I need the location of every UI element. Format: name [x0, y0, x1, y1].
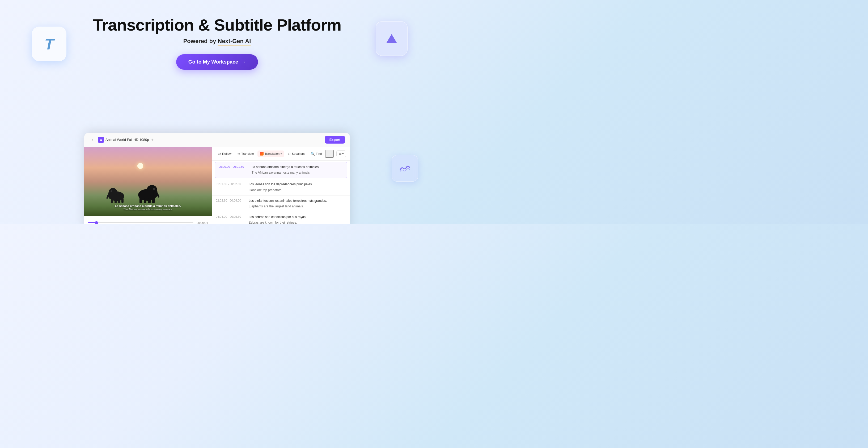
back-button[interactable]: ‹ [89, 137, 95, 143]
original-text: La sabana africana alberga a muchos anim… [252, 165, 320, 170]
view-icon: ▦ ▾ [339, 152, 344, 155]
svg-rect-5 [118, 199, 120, 203]
more-options-button[interactable]: ··· [325, 150, 334, 158]
cta-arrow-icon: → [241, 59, 246, 65]
transcript-row[interactable]: 04:04.00 - 00:05.30 Las cebras son conoc… [212, 212, 350, 224]
tab-title: Animal World Full HD 1080p [105, 138, 149, 142]
wave-icon [399, 162, 411, 174]
video-display: La sabana africana alberga a muchos anim… [84, 147, 212, 216]
export-button[interactable]: Export [325, 136, 345, 144]
transcript-toolbar: ⇄ Reflow ⇔ Translate Translation ▾ ⊙ Spe… [212, 147, 350, 160]
translated-text: Elephants are the largest land animals. [249, 204, 327, 209]
transcript-row[interactable]: 01:01.50 - 00:02.80 Los leones son los d… [212, 179, 350, 196]
transcript-row[interactable]: 02:02.80 - 00:04.00 Los elefantes son lo… [212, 196, 350, 212]
transcript-text: Las cebras son conocidas por sus rayas. … [249, 215, 306, 224]
back-icon: ‹ [91, 138, 93, 142]
dropdown-icon: ▾ [281, 152, 282, 155]
subtitle-prefix: Powered by [183, 38, 218, 44]
hero-title: Transcription & Subtitle Platform [93, 16, 341, 34]
original-text: Los elefantes son los animales terrestre… [249, 198, 327, 203]
hero-section: Transcription & Subtitle Platform Powere… [0, 0, 434, 70]
translation-button[interactable]: Translation ▾ [257, 150, 284, 157]
original-text: Las cebras son conocidas por sus rayas. [249, 215, 306, 219]
time-range: 04:04.00 - 00:05.30 [216, 215, 245, 224]
svg-rect-14 [152, 198, 155, 203]
transcript-text: Los leones son los depredadores principa… [249, 182, 313, 192]
svg-point-7 [111, 190, 112, 192]
time-range: 02:02.80 - 00:04.00 [216, 198, 245, 209]
original-text: Los leones son los depredadores principa… [249, 182, 313, 187]
transcript-text: La sabana africana alberga a muchos anim… [252, 165, 320, 175]
seek-bar[interactable] [88, 222, 193, 223]
elephant-left-icon [105, 182, 129, 203]
transcript-body: 00:00.00 - 00:01.50 La sabana africana a… [212, 160, 350, 224]
transcript-text: Los elefantes son los animales terrestre… [249, 198, 327, 209]
add-tab-button[interactable]: + [151, 138, 154, 142]
floating-icon-bottom-right [392, 155, 418, 182]
elephant-right-icon [132, 178, 161, 203]
app-body: La sabana africana alberga a muchos anim… [84, 147, 350, 224]
view-toggle-button[interactable]: ▦ ▾ [336, 150, 346, 157]
svg-rect-4 [115, 199, 117, 203]
video-panel: La sabana africana alberga a muchos anim… [84, 147, 212, 224]
speakers-button[interactable]: ⊙ Speakers [285, 150, 307, 157]
app-preview: ‹ W Animal World Full HD 1080p + Export [84, 133, 350, 224]
find-icon: 🔍 [311, 152, 315, 156]
time-range: 01:01.50 - 00:02.80 [216, 182, 245, 192]
translated-text: The African savanna hosts many animals. [252, 170, 320, 175]
translated-text: Zebras are known for their stripes. [249, 220, 306, 224]
reflow-label: Reflow [222, 152, 231, 155]
subtitle-line2: The African savanna hosts many animals. [84, 208, 212, 211]
ai-icon [260, 152, 264, 155]
elephant-decoration [105, 178, 161, 203]
tab-icon: W [98, 137, 104, 143]
subtitle-highlight: Next-Gen AI [218, 38, 251, 45]
hero-subtitle: Powered by Next-Gen AI [183, 38, 251, 45]
seek-thumb [95, 221, 98, 224]
app-titlebar: ‹ W Animal World Full HD 1080p + Export [84, 133, 350, 147]
translate-icon: ⇔ [237, 152, 240, 156]
svg-rect-12 [144, 198, 146, 203]
tab-icon-label: W [100, 138, 102, 141]
translation-label: Translation [265, 152, 279, 155]
transcript-panel: ⇄ Reflow ⇔ Translate Translation ▾ ⊙ Spe… [212, 147, 350, 224]
svg-rect-11 [140, 198, 142, 203]
translate-button[interactable]: ⇔ Translate [235, 150, 256, 157]
sun-decoration [137, 163, 143, 169]
reflow-button[interactable]: ⇄ Reflow [216, 150, 234, 157]
subtitle-overlay: La sabana africana alberga a muchos anim… [84, 204, 212, 211]
reflow-icon: ⇄ [218, 152, 221, 156]
go-to-workspace-button[interactable]: Go to My Workspace → [176, 54, 258, 70]
translated-text: Lions are top predators. [249, 188, 313, 193]
find-label: Find [316, 152, 322, 155]
svg-rect-13 [148, 198, 151, 203]
translate-label: Translate [241, 152, 254, 155]
transcript-row[interactable]: 00:00.00 - 00:01.50 La sabana africana a… [215, 162, 347, 178]
time-range: 00:00.00 - 00:01.50 [219, 165, 248, 175]
speakers-icon: ⊙ [288, 152, 291, 156]
svg-rect-3 [111, 198, 113, 203]
video-controls: 00:00:04 [84, 216, 212, 224]
svg-rect-6 [121, 198, 124, 203]
time-display: 00:00:04 [196, 221, 208, 224]
svg-point-15 [153, 188, 155, 190]
speakers-label: Speakers [292, 152, 305, 155]
find-button[interactable]: 🔍 Find [308, 150, 324, 157]
cta-label: Go to My Workspace [188, 59, 238, 65]
subtitle-line1: La sabana africana alberga a muchos anim… [84, 204, 212, 207]
